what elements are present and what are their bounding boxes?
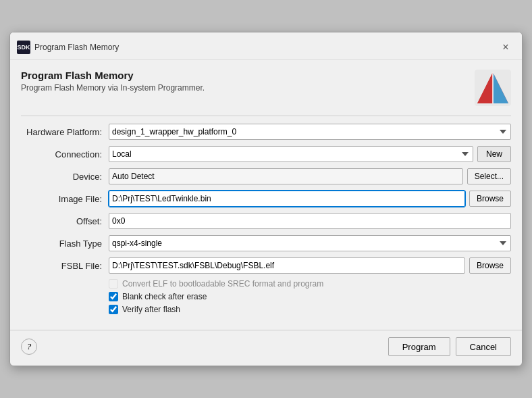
form-section: Hardware Platform: design_1_wrapper_hw_p… [21,116,511,314]
connection-group: Local New [109,146,511,162]
cancel-button[interactable]: Cancel [456,337,511,356]
fsbl-file-row: FSBL File: Browse [21,257,511,274]
convert-elf-label: Convert ELF to bootloadable SREC format … [122,279,323,289]
hardware-platform-select[interactable]: design_1_wrapper_hw_platform_0 [109,124,511,140]
device-input [109,168,463,184]
device-row: Device: Select... [21,168,511,185]
offset-group [109,213,511,229]
hardware-platform-label: Hardware Platform: [21,127,109,137]
dialog-footer: ? Program Cancel [10,330,522,366]
title-bar-left: SDK Program Flash Memory [17,41,119,54]
connection-row: Connection: Local New [21,145,511,163]
image-file-group: Browse [109,191,511,207]
title-bar: SDK Program Flash Memory × [10,32,522,60]
hardware-platform-row: Hardware Platform: design_1_wrapper_hw_p… [21,123,511,141]
convert-elf-checkbox[interactable] [109,279,118,289]
close-button[interactable]: × [496,38,515,57]
blank-check-checkbox[interactable] [109,292,118,301]
footer-left: ? [21,339,37,355]
flash-icon [475,70,511,106]
program-flash-dialog: SDK Program Flash Memory × Program Flash… [9,32,523,366]
flash-type-select[interactable]: qspi-x4-single [109,235,511,251]
sdk-icon: SDK [17,41,30,54]
verify-checkbox[interactable] [109,305,118,314]
flash-type-label: Flash Type [21,239,109,249]
verify-row: Verify after flash [21,305,511,314]
fsbl-file-input[interactable] [109,257,465,274]
header-section: Program Flash Memory Program Flash Memor… [21,70,511,106]
offset-row: Offset: [21,212,511,230]
image-file-row: Image File: Browse [21,190,511,207]
dialog-body: Program Flash Memory Program Flash Memor… [10,60,522,324]
footer-right: Program Cancel [388,337,511,356]
select-button[interactable]: Select... [467,168,511,184]
image-file-input[interactable] [109,191,465,207]
offset-input[interactable] [109,213,511,229]
blank-check-row: Blank check after erase [21,292,511,301]
convert-elf-row: Convert ELF to bootloadable SREC format … [21,279,511,289]
blank-check-label: Blank check after erase [122,292,207,301]
header-text: Program Flash Memory Program Flash Memor… [21,70,205,93]
dialog-title: Program Flash Memory [21,70,205,81]
connection-select[interactable]: Local [109,146,473,162]
program-button[interactable]: Program [388,337,450,356]
help-button[interactable]: ? [21,339,37,355]
image-browse-button[interactable]: Browse [469,191,511,207]
fsbl-browse-button[interactable]: Browse [469,257,511,274]
flash-type-group: qspi-x4-single [109,235,511,251]
fsbl-file-label: FSBL File: [21,261,109,271]
flash-type-row: Flash Type qspi-x4-single [21,234,511,252]
title-bar-title: Program Flash Memory [34,43,119,52]
connection-label: Connection: [21,149,109,159]
device-label: Device: [21,172,109,182]
offset-label: Offset: [21,216,109,226]
new-button[interactable]: New [477,146,511,162]
verify-label: Verify after flash [122,305,180,314]
dialog-subtitle: Program Flash Memory via In-system Progr… [21,83,205,93]
fsbl-file-group: Browse [109,257,511,274]
device-group: Select... [109,168,511,184]
image-file-label: Image File: [21,194,109,204]
hardware-platform-group: design_1_wrapper_hw_platform_0 [109,124,511,140]
